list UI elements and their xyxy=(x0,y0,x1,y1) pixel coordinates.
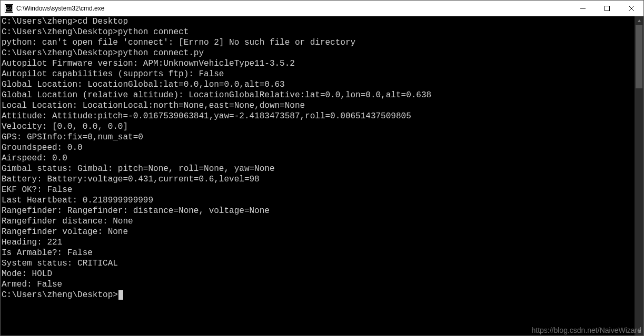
cmd-window: C:\ C:\Windows\system32\cmd.exe C:\Users… xyxy=(0,0,644,336)
terminal-line: EKF OK?: False xyxy=(2,185,633,195)
terminal-line: Mode: HOLD xyxy=(2,269,633,279)
scroll-thumb[interactable] xyxy=(636,25,642,88)
minimize-button[interactable] xyxy=(571,1,595,16)
terminal-line: Armed: False xyxy=(2,279,633,290)
terminal-line: Airspeed: 0.0 xyxy=(2,153,633,164)
svg-marker-9 xyxy=(638,330,641,333)
app-icon: C:\ xyxy=(5,4,13,13)
terminal-line: Autopilot capabilities (supports ftp): F… xyxy=(2,69,633,79)
terminal-line: Global Location: LocationGlobal:lat=0.0,… xyxy=(2,79,633,90)
terminal-line: GPS: GPSInfo:fix=0,num_sat=0 xyxy=(2,132,633,142)
scroll-track[interactable] xyxy=(635,25,643,327)
client-area: C:\Users\zheng>cd DesktopC:\Users\zheng\… xyxy=(1,16,643,335)
terminal-line: C:\Users\zheng\Desktop>python connect.py xyxy=(2,48,633,58)
terminal-line: Rangefinder distance: None xyxy=(2,216,633,227)
svg-rect-5 xyxy=(605,6,610,11)
svg-marker-8 xyxy=(638,19,641,22)
terminal-line: Rangefinder voltage: None xyxy=(2,227,633,237)
terminal-line: Autopilot Firmware version: APM:UnknownV… xyxy=(2,58,633,69)
terminal-line: C:\Users\zheng\Desktop>python connect xyxy=(2,27,633,37)
titlebar[interactable]: C:\ C:\Windows\system32\cmd.exe xyxy=(1,1,643,16)
vertical-scrollbar[interactable] xyxy=(635,16,643,335)
svg-text:C:\: C:\ xyxy=(6,6,12,11)
terminal-line: Attitude: Attitude:pitch=-0.016753906384… xyxy=(2,111,633,121)
terminal-line: Groundspeed: 0.0 xyxy=(2,142,633,153)
window-title: C:\Windows\system32\cmd.exe xyxy=(16,1,571,16)
terminal-line: Last Heartbeat: 0.218999999999 xyxy=(2,195,633,206)
close-button[interactable] xyxy=(619,1,643,16)
terminal-line: python: can't open file 'connect': [Errn… xyxy=(2,37,633,48)
maximize-button[interactable] xyxy=(595,1,619,16)
scroll-down-arrow-icon[interactable] xyxy=(635,327,643,335)
terminal-line: C:\Users\zheng\Desktop> xyxy=(2,290,633,300)
terminal-line: C:\Users\zheng>cd Desktop xyxy=(2,16,633,27)
terminal-line: Global Location (relative altitude): Loc… xyxy=(2,90,633,100)
terminal-line: Rangefinder: Rangefinder: distance=None,… xyxy=(2,206,633,216)
terminal-output[interactable]: C:\Users\zheng>cd DesktopC:\Users\zheng\… xyxy=(1,16,635,335)
scroll-up-arrow-icon[interactable] xyxy=(635,16,643,25)
terminal-line: Velocity: [0.0, 0.0, 0.0] xyxy=(2,121,633,132)
terminal-line: Battery: Battery:voltage=0.431,current=0… xyxy=(2,174,633,185)
terminal-line: Heading: 221 xyxy=(2,237,633,248)
cursor xyxy=(118,290,123,300)
window-controls xyxy=(571,1,643,16)
terminal-line: Is Armable?: False xyxy=(2,248,633,258)
terminal-line: Gimbal status: Gimbal: pitch=None, roll=… xyxy=(2,164,633,174)
terminal-line: System status: CRITICAL xyxy=(2,258,633,269)
terminal-line: Local Location: LocationLocal:north=None… xyxy=(2,100,633,111)
